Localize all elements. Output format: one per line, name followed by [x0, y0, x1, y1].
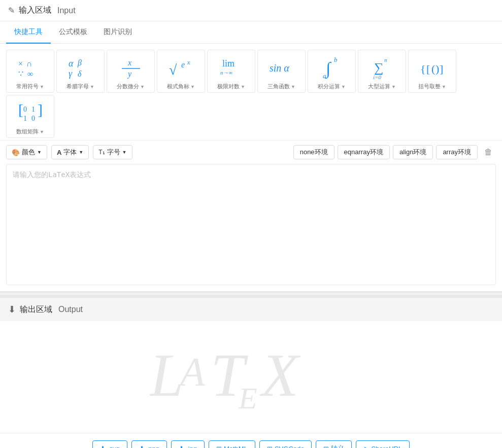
env-eqnarray-btn[interactable]: eqnarray环境 — [338, 145, 390, 159]
export-mathml-btn[interactable]: ⊞ MathML — [209, 440, 255, 448]
svg-text:1: 1 — [31, 106, 35, 113]
symbol-label-matrix: 数组矩阵 ▼ — [16, 128, 44, 135]
download-jpg-icon: ⬇ — [179, 445, 184, 449]
svg-text:∩: ∩ — [26, 59, 32, 68]
latex-watermark: L A T E X — [150, 330, 353, 425]
svg-text:γ: γ — [69, 68, 73, 79]
symbol-label-frac: 分数微分 ▼ — [117, 83, 145, 90]
font-arrow-icon: ▼ — [79, 150, 83, 155]
symbol-btn-sin[interactable]: sin α 三角函数 ▼ — [257, 50, 306, 93]
convert-icon: ⊞ — [323, 445, 329, 449]
svg-text:lim: lim — [222, 58, 235, 68]
svg-text:δ: δ — [78, 70, 82, 78]
symbol-label-greek: 希腊字母 ▼ — [66, 83, 94, 90]
symbol-btn-lim[interactable]: lim n→∞ 极限对数 ▼ — [207, 50, 255, 93]
symbol-btn-matrix[interactable]: [ 0 1 1 0 ] 数组矩阵 ▼ — [6, 95, 54, 138]
svg-text:y: y — [127, 70, 132, 79]
tab-image[interactable]: 图片识别 — [95, 21, 140, 44]
symbol-icon-frac: x y — [118, 54, 144, 81]
color-arrow-icon: ▼ — [37, 150, 42, 155]
color-icon: 🎨 — [12, 149, 20, 156]
font-icon: A — [57, 149, 61, 156]
symbol-icon-root: √ e x — [168, 54, 194, 81]
export-jpg-btn[interactable]: ⬇ .jpg — [171, 440, 205, 448]
latex-input-area — [6, 164, 496, 285]
export-shareurl-btn[interactable]: ➤ ShareURL — [356, 440, 410, 448]
section-separator — [0, 292, 502, 296]
svg-text:e: e — [181, 60, 185, 69]
color-button[interactable]: 🎨 颜色 ▼ — [6, 145, 47, 159]
tab-formula[interactable]: 公式模板 — [51, 21, 95, 44]
latex-textarea[interactable] — [13, 170, 489, 277]
edit-icon: ✎ — [8, 6, 15, 15]
symbol-icon-matrix: [ 0 1 1 0 ] — [17, 99, 44, 126]
svg-text:A: A — [178, 350, 206, 394]
symbol-icon-sum: n ∑ i=0 — [369, 54, 395, 81]
symbol-icon-bracket: { [ ( ) ] — [419, 54, 446, 81]
env-align-btn[interactable]: align环境 — [393, 145, 433, 159]
export-svg-btn[interactable]: ⬇ .svg — [92, 440, 127, 448]
symbol-btn-integral[interactable]: ∫ b a 积分运算 ▼ — [308, 50, 356, 93]
output-title-en: Output — [58, 305, 83, 314]
svg-text:]: ] — [38, 101, 43, 118]
input-header: ✎ 输入区域 Input — [0, 0, 502, 21]
svg-text:x: x — [187, 59, 190, 66]
output-header: ⬇ 输出区域 Output — [0, 296, 502, 321]
svg-text:×: × — [18, 59, 23, 68]
svg-text:b: b — [334, 56, 338, 63]
symbol-label-sum: 大型运算 ▼ — [368, 83, 396, 90]
symbol-btn-sum[interactable]: n ∑ i=0 大型运算 ▼ — [358, 50, 406, 93]
symbol-icon-sin: sin α — [269, 54, 295, 81]
symbol-btn-frac[interactable]: x y 分数微分 ▼ — [107, 50, 155, 93]
input-title-en: Input — [57, 6, 76, 15]
output-footer: ⬇ .svg ⬇ .png ⬇ .jpg ⊞ MathML ⊞ SVGCode … — [0, 433, 502, 448]
tab-quick[interactable]: 快捷工具 — [6, 21, 51, 44]
svgcode-icon: ⊞ — [267, 445, 273, 449]
env-none-btn[interactable]: none环境 — [293, 145, 334, 159]
font-button[interactable]: A 字体 ▼ — [51, 145, 89, 159]
delete-button[interactable]: 🗑 — [481, 145, 496, 160]
symbol-icon-lim: lim n→∞ — [218, 54, 245, 81]
svg-text:L: L — [150, 341, 181, 409]
svg-text:]: ] — [440, 62, 443, 75]
output-section: ⬇ 输出区域 Output L A T E X ⬇ .svg ⬇ .png ⬇ … — [0, 296, 502, 448]
svg-text:[: [ — [18, 101, 23, 118]
svg-text:α: α — [69, 58, 74, 68]
symbol-label-common: 常用符号 ▼ — [16, 83, 44, 90]
symbol-label-sin: 三角函数 ▼ — [267, 83, 295, 90]
symbol-icon-greek: α β γ δ — [68, 54, 94, 81]
output-icon: ⬇ — [8, 304, 16, 315]
svg-text:i=0: i=0 — [373, 74, 381, 80]
svg-text:(: ( — [431, 62, 435, 75]
symbol-btn-root[interactable]: √ e x 根式角标 ▼ — [157, 50, 205, 93]
symbol-label-lim: 极限对数 ▼ — [217, 83, 245, 90]
svg-text:β: β — [77, 58, 82, 67]
symbol-toolbar: × ∩ ∵ ∞ 常用符号 ▼ α β γ δ — [0, 44, 502, 140]
size-button[interactable]: T₁ 字号 ▼ — [93, 145, 132, 159]
download-png-icon: ⬇ — [139, 445, 145, 449]
input-card: 快捷工具 公式模板 图片识别 × ∩ ∵ ∞ 常用符号 ▼ — [0, 21, 502, 292]
export-convert-btn[interactable]: ⊞ 转义 — [316, 440, 352, 448]
action-bar: 🎨 颜色 ▼ A 字体 ▼ T₁ 字号 ▼ none环境 eqnarray环境 … — [0, 140, 502, 164]
symbol-btn-greek[interactable]: α β γ δ 希腊字母 ▼ — [56, 50, 105, 93]
mathml-icon: ⊞ — [216, 445, 222, 449]
svg-text:n: n — [384, 57, 387, 63]
share-icon: ➤ — [363, 445, 369, 449]
size-icon: T₁ — [98, 149, 105, 156]
export-png-btn[interactable]: ⬇ .png — [131, 440, 167, 448]
output-title-cn: 输出区域 — [20, 304, 52, 315]
svg-text:{: { — [420, 62, 426, 75]
env-array-btn[interactable]: array环境 — [436, 145, 478, 159]
symbol-icon-integral: ∫ b a — [319, 54, 345, 81]
svg-text:∞: ∞ — [27, 70, 33, 78]
symbol-btn-common[interactable]: × ∩ ∵ ∞ 常用符号 ▼ — [6, 50, 54, 93]
svg-text:0: 0 — [23, 106, 27, 113]
export-svgcode-btn[interactable]: ⊞ SVGCode — [259, 440, 312, 448]
svg-text:∑: ∑ — [374, 60, 384, 75]
env-buttons: none环境 eqnarray环境 align环境 array环境 🗑 — [293, 145, 496, 160]
svg-text:sin α: sin α — [270, 62, 289, 74]
input-title-cn: 输入区域 — [19, 5, 51, 16]
symbol-label-bracket: 括号取整 ▼ — [418, 83, 446, 90]
symbol-btn-bracket[interactable]: { [ ( ) ] 括号取整 ▼ — [408, 50, 456, 93]
svg-text:√: √ — [169, 62, 177, 78]
